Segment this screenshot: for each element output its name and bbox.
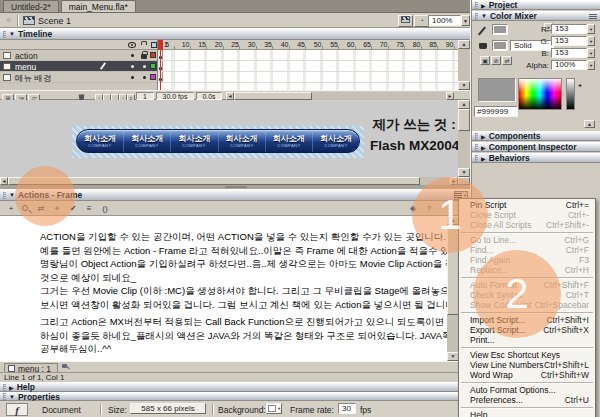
background-color-swatch[interactable]: ▼ [266,403,282,414]
stage-zoom-input[interactable]: 100% [428,15,461,26]
collapse-panel-icon[interactable]: ▲ [584,120,595,128]
scroll-down-icon[interactable]: ▼ [458,81,470,90]
properties-panel-header[interactable]: ▼ Properties [0,392,470,401]
scroll-up-icon[interactable]: ▲ [458,100,470,109]
layer-color-square[interactable] [150,63,156,69]
spinner-icon[interactable]: ▼ [587,60,595,70]
scroll-up-icon[interactable]: ▲ [458,40,470,49]
timeline-ruler[interactable]: 151015202530354045505560657075808590 [158,40,458,50]
frames-row[interactable] [158,61,458,72]
code-hint-icon[interactable]: () [98,203,112,214]
layer-row[interactable]: menu [0,61,157,72]
menu-item[interactable]: Word WrapCtrl+Shift+W [459,370,595,380]
scrollbar-thumb[interactable] [458,109,470,131]
layer-row[interactable]: 메뉴 배경 [0,72,157,83]
panel-grip[interactable] [475,2,478,9]
spinner-icon[interactable]: ▼ [587,24,595,34]
menu-item[interactable]: Auto Format Options... [459,385,595,395]
nav-menu-button[interactable]: 회사소개 COMPANY [77,130,123,152]
brightness-slider[interactable] [566,78,575,110]
menu-item[interactable]: Help [459,410,595,417]
panel-options-icon[interactable] [589,14,597,20]
panel-grip[interactable] [475,144,478,151]
frames-row[interactable] [158,50,458,61]
document-tab[interactable]: Untitled-2* [3,0,59,12]
scroll-left-icon[interactable]: ◄ [0,177,8,185]
color-mixer-header[interactable]: ▼ Color Mixer [472,11,600,21]
layer-lock-icon[interactable] [141,54,147,59]
timeline-vscrollbar[interactable]: ▲ ▼ [458,40,470,90]
layer-visibility-dot[interactable] [131,65,134,68]
nav-menu-button[interactable]: 회사소개 COMPANY [312,130,359,152]
auto-format-icon[interactable]: ≡ [82,203,96,214]
hscroll-left-icon[interactable]: ◄ [226,92,234,100]
outline-square-icon[interactable] [151,42,157,48]
nav-menu-button[interactable]: 회사소개 COMPANY [218,130,265,152]
layer-name[interactable]: action [15,51,38,61]
scene-label[interactable]: Scene 1 [38,16,71,26]
nav-menu-label: 회사소개 [320,134,352,143]
document-tab[interactable]: main_Menu.fla* [61,0,136,12]
channel-value-input[interactable]: 153 [551,24,587,34]
stage[interactable]: 회사소개 COMPANY 회사소개 COMPANY 회사소개 COMPANY 회… [0,100,458,177]
layer-visibility-dot[interactable] [131,54,134,57]
spinner-icon[interactable]: ▼ [587,48,595,58]
spinner-icon[interactable]: ▼ [587,36,595,46]
layer-name[interactable]: menu [15,62,36,72]
hscroll-right-icon[interactable]: ► [446,92,454,100]
channel-value-input[interactable]: 153 [551,48,587,58]
edit-symbols-button[interactable]: ◔ [414,15,429,27]
menu-item[interactable]: View Line NumbersCtrl+Shift+L [459,360,595,370]
panel-grip[interactable] [3,192,6,199]
document-size-button[interactable]: 585 x 66 pixels [130,403,206,414]
back-arrow-icon[interactable]: « [3,15,15,26]
nav-menu-button[interactable]: 회사소개 COMPANY [170,130,217,152]
pin-script-icon[interactable] [62,364,69,371]
zoom-dropdown-arrow[interactable]: ▼ [461,15,470,26]
menu-item[interactable]: View Esc Shortcut Keys [459,350,595,360]
nav-menu-button[interactable]: 회사소개 COMPANY [265,130,312,152]
script-editor[interactable]: ACTION을 기입할 수 있는 공간이며, 어떤 ACTION을 넣을 수 있… [0,216,447,361]
frame-rate-indicator[interactable]: 30.0 fps [156,92,194,100]
help-panel-header[interactable]: ▶ Help [0,382,470,392]
layer-row[interactable]: action [0,50,157,61]
panel-grip[interactable] [475,133,478,140]
nav-menu-button[interactable]: 회사소개 COMPANY [123,130,170,152]
panel-grip[interactable] [475,155,478,162]
alpha-value-input[interactable]: 100% [551,60,587,70]
timeline-hscrollbar[interactable] [234,92,446,100]
layer-visibility-dot[interactable] [131,76,134,79]
playhead-marker[interactable] [158,40,163,50]
collapsed-panel-header[interactable]: ▶ Components [472,131,600,141]
channel-value-input[interactable]: 153 [551,36,587,46]
layer-name[interactable]: 메뉴 배경 [15,73,51,85]
scroll-down-icon[interactable]: ▼ [458,168,470,177]
collapsed-panel-header[interactable]: ▶ Behaviors [472,153,600,163]
panel-grip[interactable] [3,31,6,38]
layer-color-square[interactable] [150,52,156,58]
panel-grip[interactable] [3,393,6,400]
edit-scene-button[interactable] [398,15,413,27]
project-panel-header[interactable]: ▶ Project [472,0,600,10]
panel-grip[interactable] [475,13,478,20]
layer-lock-dot[interactable] [143,76,146,79]
eye-icon[interactable] [128,42,136,48]
timeline-panel-header[interactable]: ▼ Timeline [0,28,470,40]
layer-lock-dot[interactable] [143,65,146,68]
frames-row[interactable] [158,72,458,83]
collapsed-panel-header[interactable]: ▶ Component Inspector [472,142,600,152]
frames-grid[interactable] [158,50,458,90]
panel-grip[interactable] [3,384,6,391]
frames-area[interactable]: 151015202530354045505560657075808590 [158,40,458,90]
layer-color-square[interactable] [150,74,156,80]
stage-vscrollbar[interactable]: ▲ ▼ [458,100,470,177]
slider-arrow-icon[interactable]: ◄ [577,82,582,88]
delete-layer-icon[interactable] [78,93,85,100]
scrollbar-thumb[interactable] [234,92,312,100]
hex-color-input[interactable]: #999999 [474,106,518,117]
splitter-grip[interactable] [225,186,247,188]
framerate-input[interactable]: 30 [338,403,356,414]
current-color-preview [478,78,516,102]
menu-item[interactable]: Preferences...Ctrl+U [459,395,595,405]
color-spectrum-picker[interactable] [518,78,562,110]
